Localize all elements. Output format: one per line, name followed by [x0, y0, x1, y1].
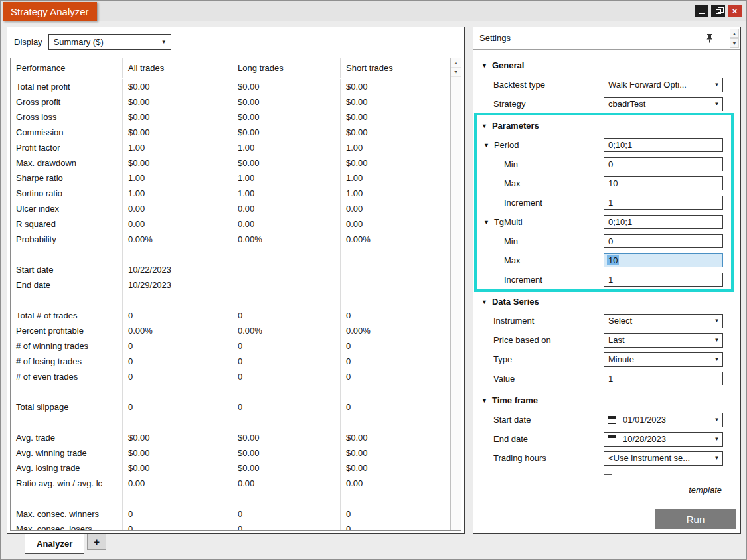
row-value: 0.00: [341, 476, 450, 491]
settings-scrollbar[interactable]: ▲ ▼: [729, 28, 740, 48]
add-tab-button[interactable]: +: [87, 534, 106, 550]
tgmulti-min-input[interactable]: 0: [604, 234, 723, 248]
period-min-input[interactable]: 0: [604, 157, 723, 171]
period-input[interactable]: 0;10;1: [604, 138, 723, 152]
performance-table-body: Total net profit$0.00$0.00$0.00Gross pro…: [11, 79, 450, 530]
table-scrollbar[interactable]: ▲ ▼: [450, 58, 461, 530]
row-value: 0.00%: [123, 232, 232, 247]
input-value: 0;10;1: [608, 140, 632, 150]
chevron-down-icon: ▼: [711, 436, 722, 442]
collapse-triangle-icon: ▼: [481, 123, 487, 129]
table-row: Probability0.00%0.00%0.00%: [11, 232, 450, 247]
row-label: Total # of trades: [11, 308, 123, 323]
table-row: Gross loss$0.00$0.00$0.00: [11, 109, 450, 125]
table-row: Max. drawdown$0.00$0.00$0.00: [11, 155, 450, 171]
scroll-down-icon[interactable]: ▼: [451, 68, 461, 77]
row-value: 1.00: [341, 140, 450, 155]
row-value: 10/22/2023: [123, 262, 232, 277]
row-label: [11, 491, 123, 506]
setting-row-instrument: Instrument Select ▼: [473, 311, 729, 330]
row-value: $0.00: [341, 109, 450, 125]
select-value: Last: [604, 335, 711, 345]
value-input[interactable]: 1: [604, 372, 723, 385]
column-header[interactable]: All trades: [123, 58, 232, 78]
setting-label: Increment: [473, 198, 604, 208]
table-row: [11, 415, 450, 430]
row-value: $0.00: [341, 94, 450, 109]
maximize-button[interactable]: [711, 5, 725, 17]
section-title: Data Series: [492, 297, 539, 307]
setting-label[interactable]: ▼ Period: [473, 140, 604, 150]
minimize-button[interactable]: [695, 5, 708, 17]
scroll-down-icon[interactable]: ▼: [730, 38, 739, 48]
trading-hours-select[interactable]: <Use instrument se... ▼: [604, 451, 723, 466]
row-value: 0.00: [123, 201, 232, 216]
table-row: [11, 247, 450, 262]
row-label: Ratio avg. win / avg. lc: [11, 476, 123, 491]
tgmulti-max-input[interactable]: 10: [604, 253, 723, 267]
table-row: Ratio avg. win / avg. lc0.000.000.00: [11, 476, 450, 491]
table-row: Avg. winning trade$0.00$0.00$0.00: [11, 445, 450, 460]
column-header[interactable]: Short trades: [341, 58, 450, 78]
date-value: 01/01/2023: [619, 415, 711, 425]
price-based-on-select[interactable]: Last ▼: [604, 333, 723, 348]
checkbox[interactable]: [604, 474, 612, 475]
table-row: [11, 384, 450, 399]
row-value: 1.00: [123, 171, 232, 186]
row-value: $0.00: [123, 79, 232, 94]
section-general[interactable]: ▼ General: [473, 56, 729, 75]
group-label: Period: [494, 140, 519, 150]
section-time-frame[interactable]: ▼ Time frame: [473, 391, 729, 410]
start-date-picker[interactable]: 01/01/2023 ▼: [604, 413, 723, 427]
column-header[interactable]: Performance: [11, 58, 123, 78]
row-value: 0: [232, 399, 341, 415]
display-row: Display Summary ($) ▼: [14, 34, 171, 50]
scroll-up-icon[interactable]: ▲: [451, 58, 461, 68]
section-parameters[interactable]: ▼ Parameters: [473, 116, 729, 135]
chevron-down-icon: ▼: [711, 337, 722, 343]
run-button[interactable]: Run: [655, 509, 736, 529]
display-select[interactable]: Summary ($) ▼: [48, 34, 171, 50]
setting-row-trading-hours: Trading hours <Use instrument se... ▼: [473, 449, 729, 468]
window-title-tab[interactable]: Strategy Analyzer: [3, 2, 97, 21]
backtest-type-select[interactable]: Walk Forward Opti... ▼: [604, 78, 723, 92]
setting-row-partial: [473, 468, 729, 475]
row-label: Avg. losing trade: [11, 460, 123, 476]
row-label: Ulcer index: [11, 201, 123, 216]
row-value: $0.00: [123, 445, 232, 460]
table-row: [11, 293, 450, 308]
row-label: # of even trades: [11, 369, 123, 384]
setting-label: Max: [473, 255, 604, 265]
column-header[interactable]: Long trades: [232, 58, 341, 78]
setting-row-period-max: Max 10: [473, 174, 729, 193]
setting-label: Price based on: [473, 335, 604, 345]
row-value: 0.00%: [341, 232, 450, 247]
row-label: Max. consec. losers: [11, 522, 123, 530]
scroll-up-icon[interactable]: ▲: [730, 29, 739, 38]
end-date-picker[interactable]: 10/28/2023 ▼: [604, 432, 723, 447]
row-value: 0: [232, 354, 341, 369]
close-button[interactable]: ×: [728, 5, 742, 17]
type-select[interactable]: Minute ▼: [604, 352, 723, 367]
pin-button[interactable]: [705, 33, 714, 44]
tgmulti-input[interactable]: 0;10;1: [604, 215, 723, 229]
period-increment-input[interactable]: 1: [604, 196, 723, 210]
strategy-select[interactable]: cbadrTest ▼: [604, 97, 723, 111]
row-value: 0.00%: [232, 323, 341, 338]
row-value: 1.00: [232, 140, 341, 155]
row-value: [123, 384, 232, 399]
section-data-series[interactable]: ▼ Data Series: [473, 292, 729, 311]
instrument-select[interactable]: Select ▼: [604, 314, 723, 328]
period-max-input[interactable]: 10: [604, 176, 723, 190]
row-label: [11, 247, 123, 262]
tgmulti-increment-input[interactable]: 1: [604, 273, 723, 287]
row-value: 0.00%: [232, 232, 341, 247]
setting-label[interactable]: ▼ TgMulti: [473, 217, 604, 227]
select-value: Minute: [604, 354, 711, 364]
collapse-triangle-icon: ▼: [481, 299, 487, 305]
row-label: Commission: [11, 125, 123, 140]
pin-icon: [706, 33, 713, 43]
settings-header: Settings ▲ ▼: [473, 27, 740, 50]
setting-row-backtest-type: Backtest type Walk Forward Opti... ▼: [473, 75, 729, 94]
tab-analyzer[interactable]: Analyzer: [25, 534, 84, 554]
